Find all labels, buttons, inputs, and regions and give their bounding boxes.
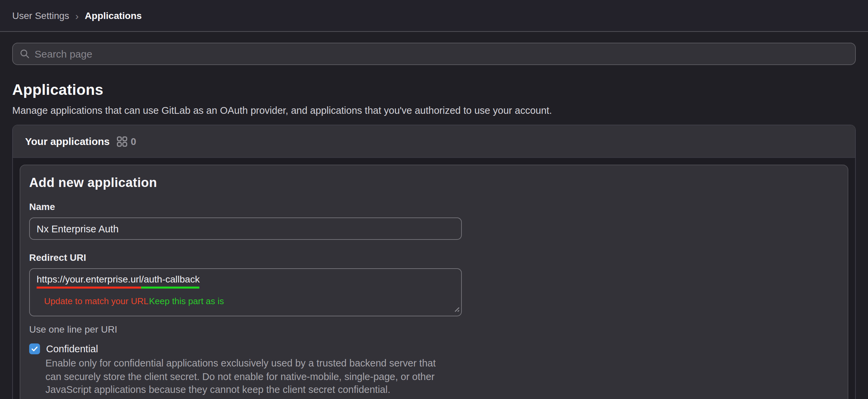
search-bar[interactable] bbox=[12, 43, 856, 65]
uri-path-segment: /auth-callback bbox=[141, 274, 200, 289]
name-input[interactable] bbox=[29, 217, 462, 240]
redirect-uri-textarea[interactable]: https://your.enterprise.url/auth-callbac… bbox=[29, 268, 462, 316]
applications-grid-icon bbox=[117, 136, 127, 147]
resize-handle-icon[interactable] bbox=[452, 303, 460, 314]
confidential-help: Enable only for confidential application… bbox=[45, 357, 460, 397]
panel-title: Your applications bbox=[25, 135, 110, 147]
breadcrumb-applications: Applications bbox=[85, 10, 142, 21]
confidential-label[interactable]: Confidential bbox=[46, 343, 98, 354]
panel-body: Add new application Name Redirect URI ht… bbox=[13, 158, 855, 399]
redirect-uri-label: Redirect URI bbox=[29, 252, 839, 263]
add-application-card: Add new application Name Redirect URI ht… bbox=[20, 165, 848, 399]
confidential-row: Confidential bbox=[29, 343, 839, 354]
breadcrumb-bar: User Settings › Applications bbox=[0, 0, 868, 32]
search-icon bbox=[20, 49, 30, 59]
add-application-title: Add new application bbox=[29, 175, 839, 190]
page-root: User Settings › Applications Application… bbox=[0, 0, 868, 399]
page-title: Applications bbox=[12, 81, 856, 99]
redirect-uri-help: Use one line per URI bbox=[29, 324, 839, 335]
uri-host-segment: https://your.enterprise.url bbox=[37, 274, 141, 289]
page-description: Manage applications that can use GitLab … bbox=[12, 105, 856, 116]
search-input[interactable] bbox=[35, 48, 848, 60]
breadcrumb: User Settings › Applications bbox=[12, 10, 142, 21]
annotation-update-url: Update to match your URL bbox=[44, 296, 149, 306]
chevron-right-icon: › bbox=[75, 10, 79, 21]
page-content: Applications Manage applications that ca… bbox=[0, 43, 868, 399]
name-field-group: Name bbox=[29, 201, 839, 240]
your-applications-header: Your applications 0 bbox=[13, 125, 855, 158]
redirect-uri-value: https://your.enterprise.url/auth-callbac… bbox=[37, 274, 454, 289]
applications-count: 0 bbox=[131, 136, 136, 147]
redirect-uri-group: Redirect URI https://your.enterprise.url… bbox=[29, 252, 839, 335]
confidential-checkbox[interactable] bbox=[29, 343, 40, 354]
annotation-keep-part: Keep this part as is bbox=[149, 296, 224, 306]
breadcrumb-user-settings[interactable]: User Settings bbox=[12, 10, 69, 21]
your-applications-panel: Your applications 0 Add new application … bbox=[12, 125, 856, 399]
name-label: Name bbox=[29, 201, 839, 212]
